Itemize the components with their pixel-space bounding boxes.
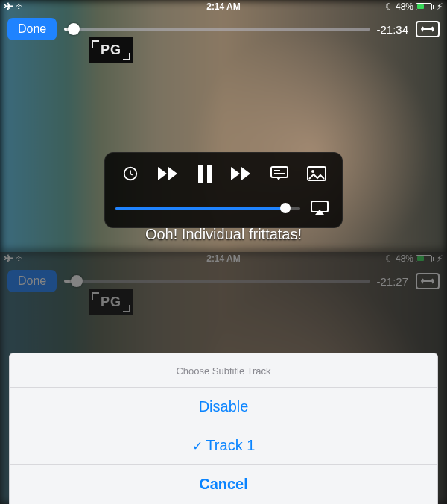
battery-icon [416,3,434,10]
aspect-toggle-button[interactable] [416,21,440,37]
scrubber-row: -21:34 [64,23,408,36]
sleep-timer-icon[interactable] [118,162,142,186]
scrubber[interactable] [64,28,370,31]
scrubber-knob[interactable] [68,23,80,35]
player-top-bar: Done -21:34 [0,15,447,43]
svg-rect-2 [207,165,212,183]
forward-button[interactable] [230,162,254,186]
rewind-button[interactable] [156,162,180,186]
airplay-button[interactable] [308,196,332,220]
svg-rect-3 [271,167,288,177]
rating-text: PG [101,42,121,58]
time-remaining: -21:34 [376,23,408,36]
svg-point-5 [311,170,314,173]
playback-controls [104,152,343,228]
pause-button[interactable] [193,162,217,186]
subtitle-caption: Ooh! Individual frittatas! [0,226,447,243]
volume-slider[interactable] [115,207,300,210]
volume-fill [115,207,285,210]
subtitles-button[interactable] [267,162,291,186]
clock: 2:14 AM [0,1,447,12]
subtitle-track-sheet: Choose Subtitle Track Disable Track 1 Ca… [9,353,438,504]
subtitle-option-disable[interactable]: Disable [10,387,437,426]
status-bar: ✈ ᯤ 2:14 AM ☾ 48% ⚡︎ [0,0,447,13]
sheet-title: Choose Subtitle Track [10,353,437,387]
sheet-cancel-button[interactable]: Cancel [10,464,437,504]
picture-button[interactable] [305,162,329,186]
done-button[interactable]: Done [7,18,57,40]
volume-knob[interactable] [280,203,291,213]
svg-rect-1 [198,165,203,183]
subtitle-option-track-1[interactable]: Track 1 [10,426,437,464]
